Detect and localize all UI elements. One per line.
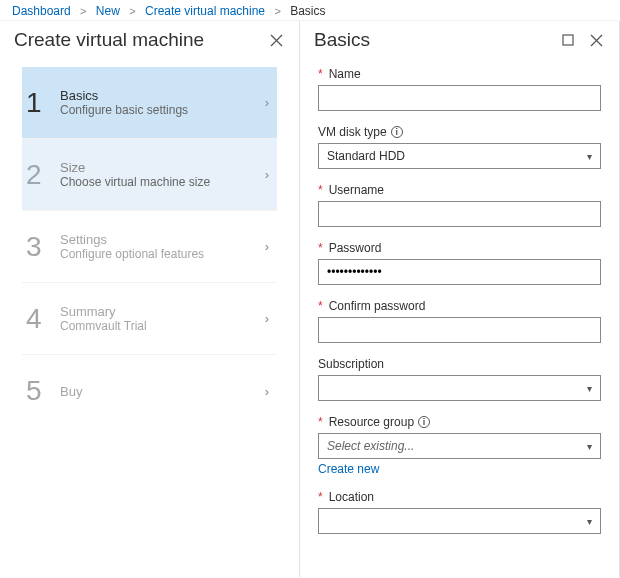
- info-icon[interactable]: i: [391, 126, 403, 138]
- chevron-down-icon: ▾: [587, 516, 592, 527]
- step-summary: 4 Summary Commvault Trial ›: [22, 283, 277, 355]
- chevron-right-icon: ›: [265, 311, 269, 326]
- crumb-basics: Basics: [290, 4, 325, 18]
- subscription-select[interactable]: ▾: [318, 375, 601, 401]
- crumb-create-vm[interactable]: Create virtual machine: [145, 4, 265, 18]
- disk-type-select[interactable]: Standard HDD ▾: [318, 143, 601, 169]
- wizard-blade: Create virtual machine 1 Basics Configur…: [0, 21, 300, 577]
- maximize-icon[interactable]: [559, 31, 577, 49]
- chevron-right-icon: ›: [265, 239, 269, 254]
- svg-rect-2: [563, 35, 573, 45]
- chevron-right-icon: ›: [265, 167, 269, 182]
- username-input[interactable]: [318, 201, 601, 227]
- crumb-sep: >: [268, 5, 286, 17]
- basics-form: *Name VM disk typei Standard HDD ▾ *User…: [300, 57, 619, 548]
- crumb-dashboard[interactable]: Dashboard: [12, 4, 71, 18]
- crumb-sep: >: [74, 5, 92, 17]
- resource-group-label: Resource group: [329, 415, 414, 429]
- chevron-right-icon: ›: [265, 384, 269, 399]
- basics-title: Basics: [314, 29, 549, 51]
- chevron-down-icon: ▾: [587, 383, 592, 394]
- name-label: Name: [329, 67, 361, 81]
- info-icon[interactable]: i: [418, 416, 430, 428]
- password-input[interactable]: [318, 259, 601, 285]
- chevron-down-icon: ▾: [587, 151, 592, 162]
- wizard-title: Create virtual machine: [14, 29, 257, 51]
- breadcrumb: Dashboard > New > Create virtual machine…: [0, 0, 620, 21]
- close-icon[interactable]: [587, 31, 605, 49]
- chevron-down-icon: ▾: [587, 441, 592, 452]
- location-select[interactable]: ▾: [318, 508, 601, 534]
- step-buy: 5 Buy ›: [22, 355, 277, 427]
- password-label: Password: [329, 241, 382, 255]
- basics-blade: Basics *Name VM disk typei Standard HDD …: [300, 21, 620, 577]
- disk-type-label: VM disk type: [318, 125, 387, 139]
- step-size[interactable]: 2 Size Choose virtual machine size ›: [22, 139, 277, 211]
- step-settings: 3 Settings Configure optional features ›: [22, 211, 277, 283]
- confirm-password-input[interactable]: [318, 317, 601, 343]
- subscription-label: Subscription: [318, 357, 384, 371]
- resource-group-select[interactable]: Select existing... ▾: [318, 433, 601, 459]
- step-basics[interactable]: 1 Basics Configure basic settings ›: [22, 67, 277, 139]
- username-label: Username: [329, 183, 384, 197]
- close-icon[interactable]: [267, 31, 285, 49]
- create-new-link[interactable]: Create new: [318, 462, 379, 476]
- crumb-sep: >: [123, 5, 141, 17]
- location-label: Location: [329, 490, 374, 504]
- wizard-steps: 1 Basics Configure basic settings › 2 Si…: [0, 57, 299, 427]
- confirm-password-label: Confirm password: [329, 299, 426, 313]
- chevron-right-icon: ›: [265, 95, 269, 110]
- name-input[interactable]: [318, 85, 601, 111]
- crumb-new[interactable]: New: [96, 4, 120, 18]
